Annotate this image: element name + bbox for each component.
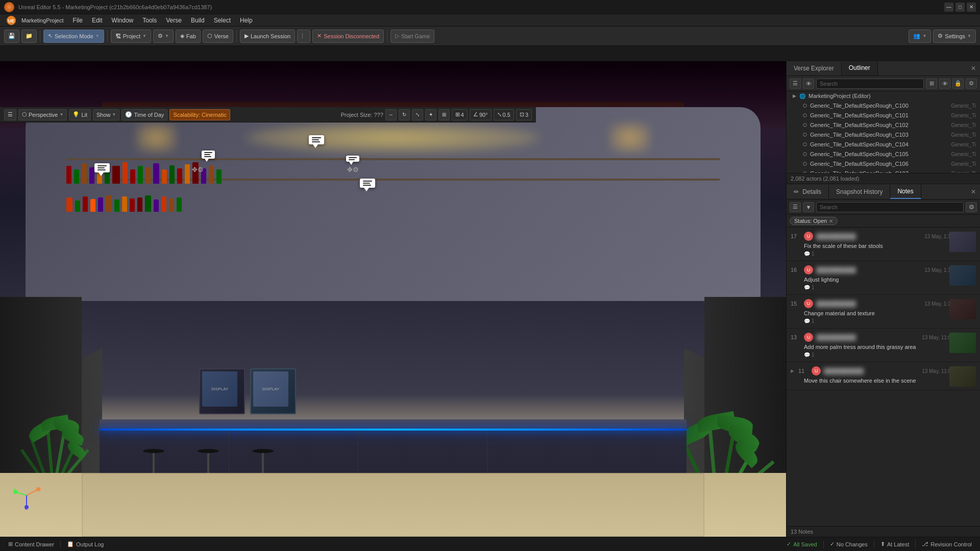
tab-verse-explorer[interactable]: Verse Explorer <box>787 62 842 75</box>
save-button[interactable]: 💾 <box>4 30 19 43</box>
tab-outliner[interactable]: Outliner <box>842 61 878 76</box>
grid-size-button[interactable]: ⊞ 4 <box>452 109 468 120</box>
launch-session-button[interactable]: ▶ Launch Session <box>240 30 295 43</box>
start-game-button[interactable]: ▷ Start Game <box>390 30 434 43</box>
settings-button[interactable]: ⚙ Settings ▼ <box>933 30 976 43</box>
main-area: ☰ ⬡ Perspective ▼ 💡 Lit Show ▼ 🕐 Time of… <box>0 61 980 537</box>
output-log-button[interactable]: 📋 Output Log <box>63 539 108 550</box>
menu-tools[interactable]: Tools <box>138 16 161 25</box>
outliner-search-input[interactable] <box>816 79 924 89</box>
outliner-item-5[interactable]: ⬡ Generic_Tile_DefaultSpecRough_C105 Gen… <box>787 149 980 159</box>
note-13-header: 13 U ██████████ 13 May, 11:09 AM <box>791 333 976 342</box>
settings-outliner-button[interactable]: ⚙ <box>966 79 977 89</box>
outliner-item-0[interactable]: ⬡ Generic_Tile_DefaultSpecRough_C100 Gen… <box>787 101 980 111</box>
actor-icon: ⬡ <box>803 161 807 166</box>
scale-button[interactable]: ⤡ 0.5 <box>494 109 514 120</box>
perspective-button[interactable]: ⬡ Perspective ▼ <box>18 109 67 120</box>
stool-2 <box>198 449 219 475</box>
note-marker-5[interactable] <box>360 179 375 188</box>
lock-button[interactable]: 🔒 <box>952 79 964 89</box>
stool-3 <box>252 449 274 475</box>
menu-window[interactable]: Window <box>108 16 138 25</box>
project-button[interactable]: 🏗 Project ▼ <box>111 30 151 43</box>
menu-edit[interactable]: Edit <box>88 16 107 25</box>
selection-mode-button[interactable]: ↖ Selection Mode ▼ <box>43 30 104 43</box>
session-disconnected-button[interactable]: ✕ Session Disconnected <box>312 30 384 43</box>
outliner-item-6[interactable]: ⬡ Generic_Tile_DefaultSpecRough_C106 Gen… <box>787 159 980 169</box>
outliner-item-3[interactable]: ⬡ Generic_Tile_DefaultSpecRough_C103 Gen… <box>787 130 980 140</box>
note-item-17[interactable]: 17 U ██████████ 13 May, 1:14 PM Fix the … <box>787 228 980 261</box>
outliner-item-7[interactable]: ⬡ Generic_Tile_DefaultSpecRough_C107 Gen… <box>787 169 980 173</box>
lit-button[interactable]: 💡 Lit <box>69 109 91 120</box>
scale-tool[interactable]: ⤡ <box>412 109 423 120</box>
snap-button[interactable]: ⊞ <box>438 109 450 120</box>
outliner-root-item[interactable]: ▶ 🌐 MarketingProject (Editor) <box>787 91 980 101</box>
open-button[interactable]: 📁 <box>21 30 37 43</box>
view-count-button[interactable]: ⊡ 3 <box>516 109 532 120</box>
fab-button[interactable]: ◈ Fab <box>176 30 201 43</box>
menu-file[interactable]: File <box>69 16 87 25</box>
hamburger-menu-button[interactable]: ☰ <box>4 109 16 120</box>
note-15-avatar: U <box>804 299 813 308</box>
menubar: UE MarketingProject File Edit Window Too… <box>0 14 980 27</box>
note-marker-4[interactable] <box>346 156 359 162</box>
details-close-button[interactable]: ✕ <box>967 185 980 198</box>
outliner-item-1[interactable]: ⬡ Generic_Tile_DefaultSpecRough_C101 Gen… <box>787 111 980 120</box>
note-marker-1[interactable] <box>94 163 110 172</box>
menu-help[interactable]: Help <box>236 16 257 25</box>
status-open-chip[interactable]: Status: Open ✕ <box>790 217 838 225</box>
rotate-tool[interactable]: ↻ <box>399 109 410 120</box>
transform-tool[interactable]: ✦ <box>425 109 436 120</box>
note-item-15[interactable]: 15 U ██████████ 13 May, 1:13 PM Change m… <box>787 295 980 329</box>
note-13-thumbnail <box>949 333 976 353</box>
note-item-16[interactable]: 16 U ██████████ 13 May, 1:13 PM Adjust l… <box>787 261 980 295</box>
note-item-13[interactable]: 13 U ██████████ 13 May, 11:09 AM Add mor… <box>787 329 980 362</box>
menu-verse[interactable]: Verse <box>162 16 186 25</box>
content-drawer-button[interactable]: ⊞ Content Drawer <box>4 539 58 550</box>
time-of-day-button[interactable]: 🕐 Time of Day <box>121 109 167 120</box>
note-marker-2[interactable] <box>202 151 215 159</box>
scalability-badge[interactable]: Scalability: Cinematic <box>169 109 230 120</box>
notes-filter-button[interactable]: ☰ <box>790 202 801 212</box>
notes-expand-button[interactable]: ▼ <box>803 202 814 212</box>
outliner-item-2[interactable]: ⬡ Generic_Tile_DefaultSpecRough_C102 Gen… <box>787 120 980 130</box>
menu-select[interactable]: Select <box>210 16 235 25</box>
show-button[interactable]: Show ▼ <box>93 109 119 120</box>
plant-left-leaves <box>26 402 92 483</box>
eye-button[interactable]: 👁 <box>803 79 814 89</box>
tab-snapshot-history[interactable]: Snapshot History <box>829 185 890 198</box>
note-item-11[interactable]: ▶ 11 U ██████████ 13 May, 11:05 AM Move … <box>787 362 980 390</box>
verse-button[interactable]: ⬡ Verse <box>203 30 233 43</box>
tab-details[interactable]: ✏ Details <box>787 185 829 198</box>
transform-button[interactable]: ⚙ ▼ <box>153 30 174 43</box>
outliner-item-4[interactable]: ⬡ Generic_Tile_DefaultSpecRough_C104 Gen… <box>787 140 980 149</box>
settings-dropdown-icon: ▼ <box>967 34 971 38</box>
angle-button[interactable]: ∠ 90° <box>470 109 492 120</box>
bottles-row-2 <box>66 181 720 212</box>
actor-icon: ⬡ <box>803 103 807 108</box>
note-13-comments: 💬 1 <box>804 352 815 358</box>
viewport[interactable]: ☰ ⬡ Perspective ▼ 💡 Lit Show ▼ 🕐 Time of… <box>0 61 786 537</box>
notes-search-input[interactable] <box>816 202 964 212</box>
filter-button[interactable]: ☰ <box>790 79 801 89</box>
note-16-thumbnail <box>949 265 976 286</box>
revision-control-button[interactable]: ⎇ Revision Control <box>918 539 976 550</box>
cursor-icon: ↖ <box>48 33 53 39</box>
maximize-button[interactable]: □ <box>955 3 965 12</box>
toolbar: 💾 📁 ↖ Selection Mode ▼ 🏗 Project ▼ ⚙ ▼ ◈… <box>0 27 980 46</box>
notes-settings-button[interactable]: ⚙ <box>966 202 977 212</box>
outliner-close-button[interactable]: ✕ <box>967 62 980 75</box>
close-button[interactable]: ✕ <box>967 3 976 12</box>
display-case-1: DISPLAY <box>199 368 245 414</box>
translate-tool[interactable]: ↔ <box>385 109 397 120</box>
sort-button[interactable]: ⊞ <box>926 79 937 89</box>
more-options-button[interactable]: ⋮ <box>297 30 310 43</box>
multiplayer-button[interactable]: 👥 ▼ <box>909 30 931 43</box>
menu-build[interactable]: Build <box>187 16 209 25</box>
minimize-button[interactable]: — <box>944 3 953 12</box>
chip-remove-icon[interactable]: ✕ <box>829 218 833 224</box>
note-marker-3[interactable] <box>309 135 324 144</box>
note-13-avatar: U <box>804 333 813 342</box>
tab-notes[interactable]: Notes <box>890 185 921 199</box>
eye-toggle-button[interactable]: 👁 <box>939 79 950 89</box>
